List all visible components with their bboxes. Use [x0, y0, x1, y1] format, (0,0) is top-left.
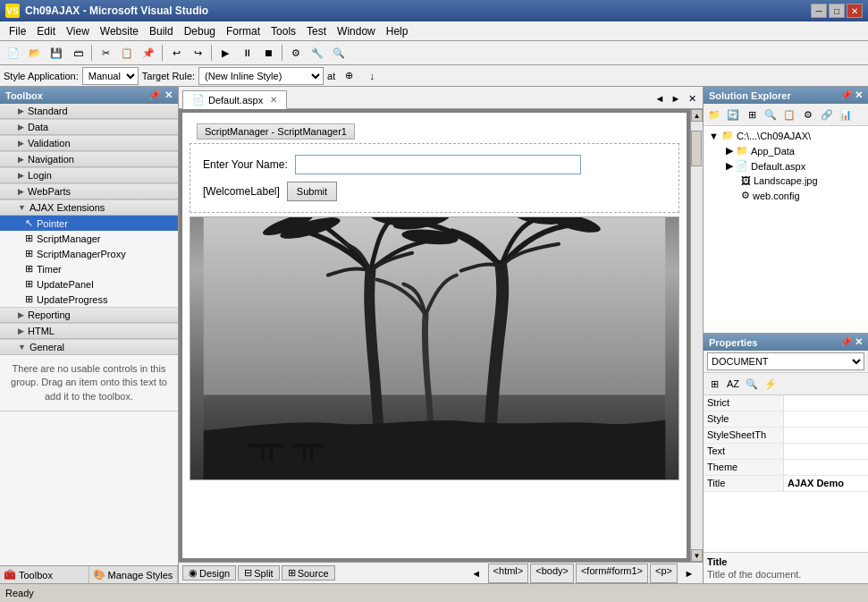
undo-btn[interactable]: ↩	[166, 43, 186, 63]
menu-view[interactable]: View	[61, 23, 95, 39]
toolbox-item-updatepanel[interactable]: ⊞ UpdatePanel	[0, 276, 178, 292]
toolbox-group-header-validation[interactable]: ▶ Validation	[0, 136, 178, 151]
nav-left-btn[interactable]: ◄	[467, 564, 486, 583]
target-rule-dropdown[interactable]: (New Inline Style)	[198, 67, 324, 85]
redo-btn[interactable]: ↪	[188, 43, 207, 63]
doc-tab-close-icon[interactable]: ✕	[270, 95, 277, 105]
scrollbar-down-btn[interactable]: ▼	[691, 549, 703, 562]
se-tool-btn3[interactable]: ⊞	[743, 106, 761, 123]
toolbox-group-header-ajax[interactable]: ▼ AJAX Extensions	[0, 200, 178, 216]
props-filter-btn[interactable]: 🔍	[743, 375, 761, 393]
doc-nav-left-btn[interactable]: ◄	[653, 89, 667, 108]
scrollbar-thumb-v[interactable]	[691, 131, 702, 166]
props-value-title[interactable]: AJAX Demo	[784, 476, 868, 491]
menu-tools[interactable]: Tools	[265, 23, 301, 39]
toolbox-item-timer[interactable]: ⊞ Timer	[0, 261, 178, 276]
toolbox-close-icon[interactable]: ✕	[164, 89, 173, 101]
se-tool-btn7[interactable]: 🔗	[818, 106, 836, 123]
new-file-btn[interactable]: 📄	[4, 43, 23, 63]
props-sort-category-btn[interactable]: ⊞	[705, 375, 723, 393]
properties-object-dropdown[interactable]: DOCUMENT	[707, 352, 864, 370]
tree-item-landscape[interactable]: 🖼 Landscape.jpg	[705, 174, 866, 188]
misc-btn3[interactable]: 🔍	[329, 43, 349, 63]
toolbox-item-scriptmanagerproxy[interactable]: ⊞ ScriptManagerProxy	[0, 246, 178, 261]
start-btn[interactable]: ▶	[215, 43, 235, 63]
style-mode-dropdown[interactable]: Manual	[82, 67, 139, 85]
se-tool-btn1[interactable]: 📁	[705, 106, 723, 123]
props-events-btn[interactable]: ⚡	[762, 375, 780, 393]
toolbox-group-header-reporting[interactable]: ▶ Reporting	[0, 308, 178, 323]
pause-btn[interactable]: ⏸	[237, 43, 257, 63]
minimize-button[interactable]: ─	[811, 4, 827, 18]
props-value-stylesheet[interactable]	[784, 428, 868, 443]
misc-btn2[interactable]: 🔧	[308, 43, 327, 63]
source-view-btn[interactable]: ⊞ Source	[282, 565, 335, 581]
scrollbar-up-btn[interactable]: ▲	[691, 109, 703, 122]
nav-tag-body[interactable]: <body>	[530, 564, 574, 583]
toolbox-tab-manage-styles[interactable]: 🎨 Manage Styles	[89, 566, 179, 583]
toolbox-group-header-data[interactable]: ▶ Data	[0, 120, 178, 135]
tree-item-webconfig[interactable]: ⚙ web.config	[705, 188, 866, 203]
nav-tag-form[interactable]: <form#form1>	[576, 564, 648, 583]
tree-item-defaultaspx[interactable]: ▶ 📄 Default.aspx	[705, 158, 866, 174]
tree-root[interactable]: ▼ 📁 C:\...\Ch09AJAX\	[705, 128, 866, 143]
props-sort-alpha-btn[interactable]: AZ	[724, 375, 742, 393]
doc-tab-defaultaspx[interactable]: 📄 Default.aspx ✕	[182, 90, 287, 109]
cut-btn[interactable]: ✂	[96, 43, 115, 63]
open-btn[interactable]: 📂	[25, 43, 45, 63]
toolbox-pin-icon[interactable]: 📌	[148, 89, 161, 101]
menu-file[interactable]: File	[4, 23, 31, 39]
se-tool-btn4[interactable]: 🔍	[762, 106, 780, 123]
save-btn[interactable]: 💾	[46, 43, 66, 63]
toolbox-item-updateprogress[interactable]: ⊞ UpdateProgress	[0, 292, 178, 307]
toolbox-group-header-navigation[interactable]: ▶ Navigation	[0, 152, 178, 167]
se-tool-btn6[interactable]: ⚙	[799, 106, 817, 123]
se-close-icon[interactable]: ✕	[855, 89, 863, 101]
se-tool-btn8[interactable]: 📊	[837, 106, 855, 123]
menu-window[interactable]: Window	[332, 23, 381, 39]
doc-nav-right-btn[interactable]: ►	[669, 89, 683, 108]
se-pin-icon[interactable]: 📌	[840, 89, 853, 101]
scrollbar-track-v[interactable]	[691, 122, 703, 549]
props-value-strict[interactable]	[784, 395, 868, 411]
menu-debug[interactable]: Debug	[179, 23, 221, 39]
style-extra-btn[interactable]: ⊕	[339, 66, 358, 86]
toolbox-group-header-standard[interactable]: ▶ Standard	[0, 104, 178, 119]
split-view-btn[interactable]: ⊟ Split	[238, 565, 279, 581]
menu-test[interactable]: Test	[301, 23, 332, 39]
close-button[interactable]: ✕	[847, 4, 863, 18]
toolbox-group-header-login[interactable]: ▶ Login	[0, 168, 178, 183]
nav-tag-p[interactable]: <p>	[650, 564, 678, 583]
doc-close-btn[interactable]: ✕	[685, 89, 699, 108]
menu-help[interactable]: Help	[381, 23, 414, 39]
toolbox-group-header-general[interactable]: ▼ General	[0, 340, 178, 355]
form-text-input[interactable]	[295, 155, 581, 174]
toolbox-item-pointer[interactable]: ↖ Pointer	[0, 216, 178, 231]
copy-btn[interactable]: 📋	[117, 43, 137, 63]
props-close-icon[interactable]: ✕	[855, 336, 863, 348]
toolbox-group-header-html[interactable]: ▶ HTML	[0, 324, 178, 339]
stop-btn[interactable]: ⏹	[258, 43, 278, 63]
design-view-btn[interactable]: ◉ Design	[182, 565, 236, 581]
toolbox-item-scriptmanager[interactable]: ⊞ ScriptManager	[0, 231, 178, 246]
props-value-style[interactable]	[784, 411, 868, 427]
se-tool-btn2[interactable]: 🔄	[724, 106, 742, 123]
menu-build[interactable]: Build	[144, 23, 179, 39]
menu-edit[interactable]: Edit	[31, 23, 61, 39]
misc-btn1[interactable]: ⚙	[286, 43, 306, 63]
props-pin-icon[interactable]: 📌	[840, 336, 853, 348]
menu-website[interactable]: Website	[95, 23, 144, 39]
save-all-btn[interactable]: 🗃	[68, 43, 88, 63]
submit-button[interactable]: Submit	[287, 182, 337, 201]
nav-tag-html[interactable]: <html>	[488, 564, 529, 583]
maximize-button[interactable]: □	[829, 4, 845, 18]
props-value-theme[interactable]	[784, 460, 868, 475]
menu-format[interactable]: Format	[221, 23, 265, 39]
se-tool-btn5[interactable]: 📋	[780, 106, 798, 123]
style-extra-btn2[interactable]: ↓	[362, 66, 382, 86]
paste-btn[interactable]: 📌	[139, 43, 158, 63]
tree-item-appdata[interactable]: ▶ 📁 App_Data	[705, 143, 866, 158]
toolbox-tab-toolbox[interactable]: 🧰 Toolbox	[0, 566, 89, 583]
toolbox-group-header-webparts[interactable]: ▶ WebParts	[0, 184, 178, 199]
nav-right-btn[interactable]: ►	[679, 564, 699, 583]
